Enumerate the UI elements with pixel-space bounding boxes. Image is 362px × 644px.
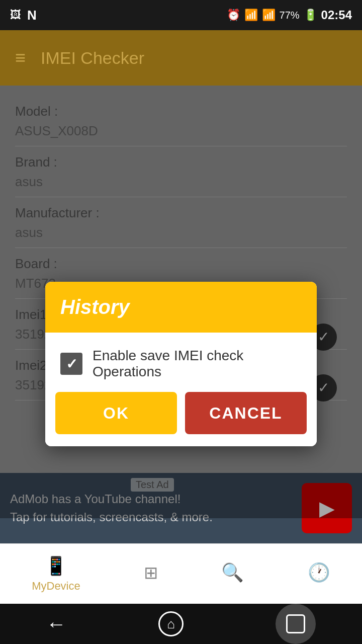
dialog-body: ✓ Enable save IMEI check Operations bbox=[45, 333, 317, 392]
recents-icon bbox=[286, 614, 305, 633]
search-icon: 🔍 bbox=[221, 562, 244, 583]
app-title: IMEI Checker bbox=[41, 48, 144, 68]
n-icon: N bbox=[27, 8, 37, 23]
history-icon: 🕐 bbox=[308, 562, 330, 583]
system-nav-bar: ← ⌂ bbox=[0, 604, 362, 644]
mydevice-icon: 📱 bbox=[45, 555, 67, 577]
status-right-icons: ⏰ 📶 📶 77% 🔋 02:54 bbox=[227, 8, 352, 22]
battery-level: 77% bbox=[280, 10, 300, 21]
back-button[interactable]: ← bbox=[46, 613, 66, 635]
app-bar: ≡ IMEI Checker bbox=[0, 30, 362, 86]
home-button[interactable]: ⌂ bbox=[158, 611, 184, 636]
dialog-title: History bbox=[60, 296, 130, 318]
nav-item-history[interactable]: 🕐 bbox=[308, 562, 330, 586]
dialog-header: History bbox=[45, 282, 317, 333]
bottom-nav: 📱 MyDevice ⊞ 🔍 🕐 bbox=[0, 543, 362, 604]
mydevice-label: MyDevice bbox=[32, 580, 80, 593]
status-bar: 🖼 N ⏰ 📶 📶 77% 🔋 02:54 bbox=[0, 0, 362, 30]
main-content: Model : ASUS_X008D Brand : asus Manufact… bbox=[0, 86, 362, 518]
status-time: 02:54 bbox=[321, 8, 352, 22]
history-dialog: History ✓ Enable save IMEI check Operati… bbox=[45, 282, 317, 446]
recents-button[interactable] bbox=[276, 604, 316, 644]
wifi-icon: 📶 bbox=[244, 9, 258, 22]
battery-icon: 🔋 bbox=[304, 9, 317, 22]
alarm-icon: ⏰ bbox=[227, 9, 240, 22]
cancel-button[interactable]: CANCEL bbox=[185, 392, 307, 434]
checkbox-check-icon: ✓ bbox=[66, 356, 77, 372]
hamburger-menu-icon[interactable]: ≡ bbox=[15, 47, 26, 68]
checkbox-row[interactable]: ✓ Enable save IMEI check Operations bbox=[60, 348, 302, 380]
photo-icon: 🖼 bbox=[10, 9, 21, 22]
enable-save-checkbox[interactable]: ✓ bbox=[60, 353, 82, 375]
nav-item-mydevice[interactable]: 📱 MyDevice bbox=[32, 555, 80, 593]
status-left-icons: 🖼 N bbox=[10, 8, 37, 23]
dialog-buttons: OK CANCEL bbox=[45, 392, 317, 446]
nav-item-search[interactable]: 🔍 bbox=[221, 562, 244, 586]
qr-icon: ⊞ bbox=[144, 562, 158, 583]
ok-button[interactable]: OK bbox=[55, 392, 177, 434]
checkbox-label: Enable save IMEI check Operations bbox=[93, 348, 302, 380]
signal-icon: 📶 bbox=[262, 9, 276, 22]
nav-item-qr[interactable]: ⊞ bbox=[144, 562, 158, 586]
